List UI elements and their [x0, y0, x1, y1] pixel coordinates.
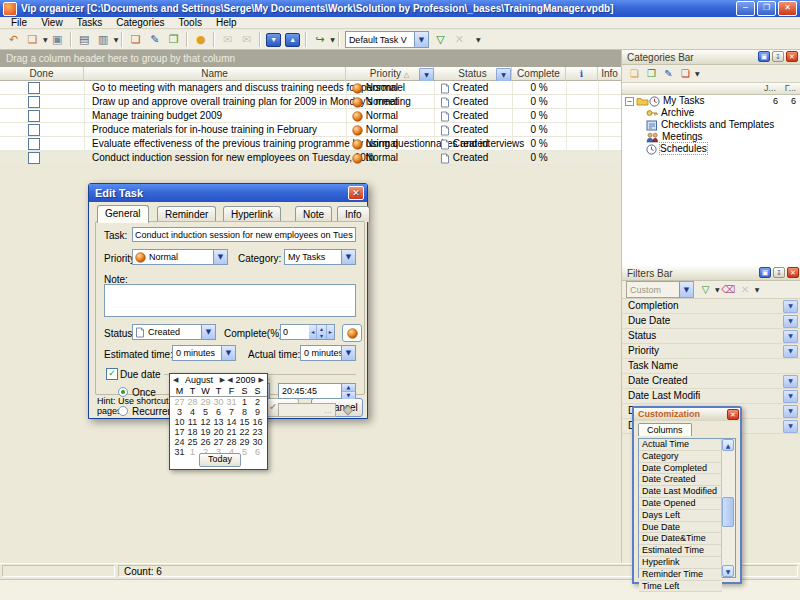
- column-item-date-completed[interactable]: Date Completed: [639, 463, 722, 475]
- category-combo[interactable]: My Tasks ▼: [284, 249, 356, 265]
- move-up-button[interactable]: ▲: [283, 31, 302, 48]
- calendar-day[interactable]: 9: [251, 407, 264, 417]
- filter-row-priority[interactable]: Priority▼: [622, 344, 800, 359]
- prev-month-icon[interactable]: ◀: [172, 376, 179, 384]
- calendar-day[interactable]: 22: [238, 427, 251, 437]
- calendar-day[interactable]: 21: [225, 427, 238, 437]
- tab-general[interactable]: General: [97, 205, 149, 223]
- tab-hyperlink[interactable]: Hyperlink: [223, 206, 281, 222]
- export-button[interactable]: ↪: [310, 31, 329, 48]
- column-header-done[interactable]: Done: [0, 67, 84, 81]
- column-item-category[interactable]: Category: [639, 451, 722, 463]
- column-item-actual-time[interactable]: Actual Time: [639, 439, 722, 451]
- calendar-day[interactable]: 1: [186, 447, 199, 457]
- next-year-icon[interactable]: ▶: [258, 376, 265, 384]
- tab-info[interactable]: Info: [337, 206, 370, 222]
- filter-row-status[interactable]: Status▼: [622, 329, 800, 344]
- calendar-day[interactable]: 3: [173, 407, 186, 417]
- calendar-day[interactable]: 31: [225, 397, 238, 407]
- task-row[interactable]: Manage training budget 2009 Normal Creat…: [0, 109, 621, 123]
- tab-note[interactable]: Note: [295, 206, 332, 222]
- new-item-button[interactable]: ❏: [23, 31, 42, 48]
- category-item-checklists-and-templates[interactable]: Checklists and Templates: [622, 119, 800, 131]
- categories-pin-icon[interactable]: ↧: [772, 51, 784, 62]
- edit-task-button[interactable]: ✎: [145, 31, 164, 48]
- calendar-day[interactable]: 28: [186, 397, 199, 407]
- filter-row-date-last-modifi[interactable]: Date Last Modifi▼: [622, 389, 800, 404]
- column-header-name[interactable]: Name: [84, 67, 346, 81]
- filter-preset-combo[interactable]: Custom ▼: [626, 281, 694, 298]
- calendar-day[interactable]: 17: [173, 427, 186, 437]
- filters-window-icon[interactable]: ▣: [759, 267, 771, 278]
- new-task-button[interactable]: ❏: [126, 31, 145, 48]
- task-name-input[interactable]: [132, 227, 356, 242]
- calendar-day[interactable]: 7: [225, 407, 238, 417]
- once-radio[interactable]: [118, 387, 128, 397]
- filters-close-icon[interactable]: ✕: [787, 267, 799, 278]
- filter-chevron-icon[interactable]: ▼: [783, 405, 798, 418]
- calendar-day[interactable]: 31: [173, 447, 186, 457]
- recurrence-radio[interactable]: [118, 406, 128, 416]
- menu-tools[interactable]: Tools: [172, 17, 209, 28]
- task-checkbox[interactable]: [28, 124, 40, 136]
- categories-window-icon[interactable]: ▣: [758, 51, 770, 62]
- calendar-day[interactable]: 29: [199, 397, 212, 407]
- filter-chevron-icon[interactable]: ▼: [783, 315, 798, 328]
- scrollbar-thumb[interactable]: [722, 497, 734, 527]
- filter-chevron-icon[interactable]: ▼: [783, 420, 798, 433]
- column-header-complete[interactable]: Complete: [512, 67, 566, 81]
- calendar-day[interactable]: 25: [186, 437, 199, 447]
- task-checkbox[interactable]: [28, 138, 40, 150]
- due-time-spinner[interactable]: 20:45:45 ▲▼: [278, 383, 356, 399]
- customization-close-icon[interactable]: ✕: [727, 409, 739, 420]
- note-textarea[interactable]: [104, 284, 356, 317]
- priority-combo[interactable]: Normal ▼: [132, 249, 228, 265]
- scroll-up-icon[interactable]: ▲: [722, 439, 734, 451]
- filter-chevron-icon[interactable]: ▼: [783, 345, 798, 358]
- collapse-icon[interactable]: −: [625, 97, 634, 106]
- column-header-info[interactable]: Info: [598, 67, 621, 81]
- status-combo[interactable]: Created ▼: [132, 324, 216, 340]
- calendar-day[interactable]: 18: [186, 427, 199, 437]
- filter-row-date-created[interactable]: Date Created▼: [622, 374, 800, 389]
- column-item-hyperlink[interactable]: Hyperlink: [639, 557, 722, 569]
- delete-category-button[interactable]: ❏: [677, 66, 694, 81]
- estimated-time-combo[interactable]: 0 minutes ▼: [172, 345, 236, 361]
- task-checkbox[interactable]: [28, 96, 40, 108]
- filter-row-completion[interactable]: Completion▼: [622, 299, 800, 314]
- calendar-day[interactable]: 13: [212, 417, 225, 427]
- column-item-due-date-time[interactable]: Due Date&Time: [639, 533, 722, 545]
- spin-left-icon[interactable]: ◂: [309, 325, 316, 339]
- calendar-day[interactable]: 1: [238, 397, 251, 407]
- calendar-day[interactable]: 28: [225, 437, 238, 447]
- mail-send-button[interactable]: ✉: [218, 31, 237, 48]
- due-date-checkbox[interactable]: ✓: [106, 368, 118, 380]
- add-subcategory-button[interactable]: ❐: [643, 66, 660, 81]
- calendar-day[interactable]: 30: [251, 437, 264, 447]
- task-view-combo[interactable]: Default Task V▼: [345, 31, 429, 48]
- calendar-day[interactable]: 27: [173, 397, 186, 407]
- task-row[interactable]: Go to meeting with managers and discuss …: [0, 81, 621, 95]
- duplicate-task-button[interactable]: ❐: [164, 31, 183, 48]
- apply-view-button[interactable]: ▽: [431, 31, 450, 48]
- calendar-day[interactable]: 27: [212, 437, 225, 447]
- clear-view-button[interactable]: ✕: [450, 31, 469, 48]
- mail-receive-button[interactable]: ✉: [237, 31, 256, 48]
- column-item-due-date[interactable]: Due Date: [639, 522, 722, 534]
- edit-category-button[interactable]: ✎: [660, 66, 677, 81]
- calendar-day[interactable]: 23: [251, 427, 264, 437]
- dialog-close-icon[interactable]: ✕: [348, 186, 364, 200]
- task-checkbox[interactable]: [28, 82, 40, 94]
- filter-chevron-icon[interactable]: ▼: [783, 300, 798, 313]
- complete-input[interactable]: [280, 324, 310, 340]
- menu-help[interactable]: Help: [209, 17, 244, 28]
- calendar-day[interactable]: 19: [199, 427, 212, 437]
- column-item-time-left[interactable]: Time Left: [639, 581, 722, 593]
- calendar-day[interactable]: 11: [186, 417, 199, 427]
- calendar-day[interactable]: 6: [251, 447, 264, 457]
- calendar-day[interactable]: 12: [199, 417, 212, 427]
- column-item-reminder-time[interactable]: Reminder Time: [639, 569, 722, 581]
- calendar-day[interactable]: 20: [212, 427, 225, 437]
- menu-tasks[interactable]: Tasks: [70, 17, 110, 28]
- menu-categories[interactable]: Categories: [109, 17, 171, 28]
